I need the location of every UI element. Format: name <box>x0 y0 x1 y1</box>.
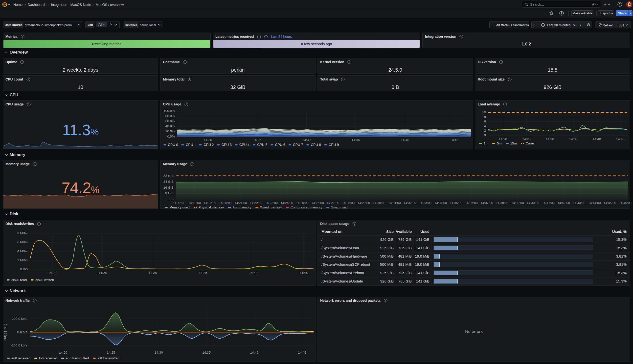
svg-text:out(-) | in(+): out(-) | in(+) <box>4 324 7 340</box>
